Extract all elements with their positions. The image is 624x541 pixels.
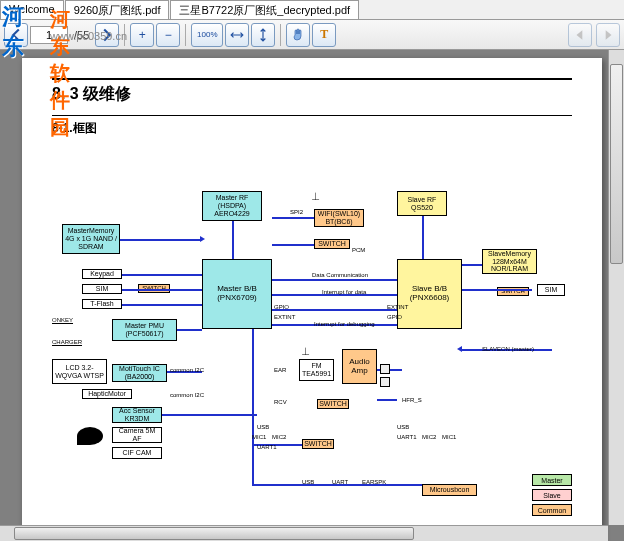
page-input[interactable] [30,26,68,44]
label-pcm: PCM [352,247,365,253]
legend-slave: Slave [532,489,572,501]
block-tflash: T-Flash [82,299,122,309]
tab-welcome[interactable]: Welcome [0,0,64,19]
label-extint2: EXTINT [387,304,408,310]
pdf-page: 8. 3 级维修 8-1.框图 ⟂ ⟂ MasterMemory 4G x 1G… [22,58,602,541]
section-title: 8. 3 级维修 [52,84,572,105]
camera-icon [77,427,103,445]
speaker-icon [380,364,390,374]
antenna-icon: ⟂ [302,344,309,358]
block-master-rf: Master RF (HSDPA) AERO4229 [202,191,262,221]
tab-bar: Welcome 9260原厂图纸.pdf 三星B7722原厂图纸_decrypt… [0,0,624,20]
zoom-level-button[interactable]: 100% [191,23,223,47]
block-acc: Acc Sensor KR3DM [112,407,162,423]
label-usb2: USB [397,424,409,430]
label-common-i2c2: common I2C [170,392,204,398]
nav-back-button[interactable] [568,23,592,47]
block-slave-rf: Slave RF QS520 [397,191,447,216]
block-master-bb: Master B/B (PNX6709) [202,259,272,329]
label-charger: CHARGER [52,339,82,345]
label-extint: EXTINT [274,314,295,320]
fit-width-button[interactable] [225,23,249,47]
tab-doc2[interactable]: 三星B7722原厂图纸_decrypted.pdf [170,0,359,19]
nav-fwd-button[interactable] [596,23,620,47]
zoom-out-button[interactable]: − [156,23,180,47]
legend-common: Common [532,504,572,516]
legend-master: Master [532,474,572,486]
horizontal-scrollbar[interactable] [0,525,608,541]
label-uart1b: UART1 [397,434,417,440]
label-uart: UART [332,479,348,485]
hand-tool-button[interactable] [286,23,310,47]
toolbar: /55 + − 100% T [0,20,624,50]
next-page-button[interactable] [95,23,119,47]
subsection-title: 8-1.框图 [52,120,572,137]
prev-page-button[interactable] [4,23,28,47]
label-mic1b: MIC1 [442,434,456,440]
block-slave-memory: SlaveMemory 128Mx64M NOR/LRAM [482,249,537,274]
block-diagram: ⟂ ⟂ MasterMemory 4G x 1G NAND / SDRAM Ke… [52,149,572,529]
block-switch-1: SWITCH [314,239,350,249]
label-usb: USB [257,424,269,430]
block-master-memory: MasterMemory 4G x 1G NAND / SDRAM [62,224,120,254]
block-slave-bb: Slave B/B (PNX6608) [397,259,462,329]
label-spi2: SPI2 [290,209,303,215]
block-audio-amp: Audio Amp [342,349,377,384]
document-viewer[interactable]: 8. 3 级维修 8-1.框图 ⟂ ⟂ MasterMemory 4G x 1G… [0,50,624,541]
label-earspk: EARSPK [362,479,386,485]
block-sim1: SIM [82,284,122,294]
zoom-in-button[interactable]: + [130,23,154,47]
label-gpio: GPIO [274,304,289,310]
vertical-scrollbar[interactable] [608,50,624,525]
diagram-legend: Master Slave Common [532,474,572,519]
label-gpio2: GPIO [387,314,402,320]
text-select-button[interactable]: T [312,23,336,47]
label-slaveon: SLAVEON (master) [482,346,534,352]
antenna-icon: ⟂ [312,189,319,203]
block-microusb: Microusbcon [422,484,477,496]
block-camera: Camera 5M AF [112,427,162,443]
label-mic2: MIC2 [272,434,286,440]
speaker-icon [380,377,390,387]
tab-doc1[interactable]: 9260原厂图纸.pdf [65,0,170,19]
label-mic1: MIC1 [252,434,266,440]
label-int-debug: Interrupt for debugging [314,321,375,327]
label-int-data: Interrupt for data [322,289,366,295]
label-uart1: UART1 [257,444,277,450]
block-switch-2: SWITCH [317,399,349,409]
label-usb3: USB [302,479,314,485]
label-ear: EAR [274,367,286,373]
label-mic2b: MIC2 [422,434,436,440]
block-keypad: Keypad [82,269,122,279]
block-switch-3: SWITCH [302,439,334,449]
block-lcd: LCD 3.2- WQVGA WTSP [52,359,107,384]
block-haptic: HapticMotor [82,389,132,399]
page-total-label: /55 [74,29,89,41]
block-touch: MotiTouch IC (BA2000) [112,364,167,382]
block-master-pmu: Master PMU (PCF50617) [112,319,177,341]
label-common-i2c: common I2C [170,367,204,373]
block-sim2: SIM [537,284,565,296]
label-rcv: RCV [274,399,287,405]
label-hfr: HFR_S [402,397,422,403]
block-cifcam: CIF CAM [112,447,162,459]
block-fm: FM TEA5991 [299,359,334,381]
label-onkey: ONKEY [52,317,73,323]
label-datacomm: Data Communication [312,272,368,278]
block-wifi: WIFI(SWL10) BT(BC6) [314,209,364,227]
fit-page-button[interactable] [251,23,275,47]
